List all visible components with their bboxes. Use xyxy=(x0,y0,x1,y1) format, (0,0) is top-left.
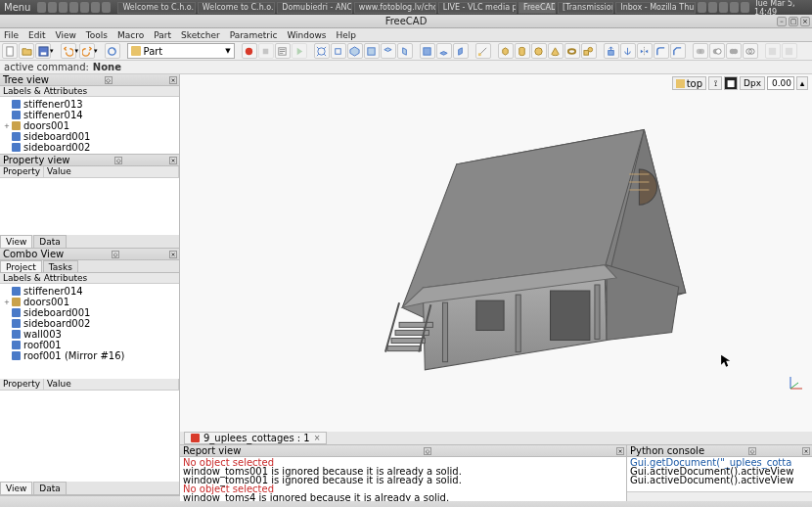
tab-view[interactable]: View xyxy=(0,235,32,248)
extrude-button[interactable] xyxy=(604,43,619,59)
launcher-icon[interactable] xyxy=(80,2,89,13)
tree-item[interactable]: stiffener014 xyxy=(0,286,179,297)
refresh-button[interactable] xyxy=(105,43,120,59)
close-button[interactable]: × xyxy=(800,17,810,26)
macro-list-button[interactable] xyxy=(275,43,291,59)
right-view-button[interactable] xyxy=(397,43,413,59)
fit-selection-button[interactable] xyxy=(331,43,346,59)
panel-close-button[interactable]: × xyxy=(169,157,177,164)
tray-icon[interactable] xyxy=(698,2,706,13)
taskbar-button[interactable]: Welcome to C.h.o.L... xyxy=(198,2,275,14)
column-property[interactable]: Property xyxy=(0,379,44,390)
column-property[interactable]: Property xyxy=(0,166,44,177)
tray-icon[interactable] xyxy=(741,2,749,13)
menu-macro[interactable]: Macro xyxy=(117,30,144,40)
tree-view-header[interactable]: Tree view ◇ × xyxy=(0,74,179,86)
axonometric-view-button[interactable] xyxy=(347,43,363,59)
part-cone-button[interactable] xyxy=(548,43,564,59)
front-view-button[interactable] xyxy=(364,43,380,59)
panel-close-button[interactable]: × xyxy=(169,251,177,258)
tab-project[interactable]: Project xyxy=(0,260,42,272)
panel-float-button[interactable]: ◇ xyxy=(114,157,122,164)
report-output[interactable]: No object selectedwindow_toms001 is igno… xyxy=(180,457,626,501)
tree-item[interactable]: sideboard001 xyxy=(0,307,179,318)
panel-float-button[interactable]: ◇ xyxy=(105,76,113,84)
maximize-button[interactable]: ▢ xyxy=(789,17,798,26)
menu-view[interactable]: View xyxy=(56,30,76,40)
taskbar-button[interactable]: Welcome to C.h.o.L... xyxy=(117,2,195,14)
tab-tasks[interactable]: Tasks xyxy=(43,260,78,272)
macro-record-button[interactable] xyxy=(242,43,257,59)
left-view-button[interactable] xyxy=(453,43,469,59)
tab-data[interactable]: Data xyxy=(33,482,67,494)
menu-tools[interactable]: Tools xyxy=(86,30,108,40)
menu-sketcher[interactable]: Sketcher xyxy=(181,30,220,40)
menu-help[interactable]: Help xyxy=(337,30,357,40)
property-grid[interactable] xyxy=(0,178,179,235)
axes-gizmo[interactable] xyxy=(787,373,806,392)
launcher-icon[interactable] xyxy=(91,2,100,13)
part-box-button[interactable] xyxy=(498,43,514,59)
horizontal-scrollbar[interactable] xyxy=(627,491,812,501)
property-view-header[interactable]: Property view ◇ × xyxy=(0,155,179,166)
macro-stop-button[interactable] xyxy=(258,43,274,59)
launcher-icon[interactable] xyxy=(69,2,78,13)
tree-item[interactable]: roof001 (Mirror #16) xyxy=(0,350,179,361)
launcher-icon[interactable] xyxy=(59,2,68,13)
panel-close-button[interactable]: × xyxy=(616,447,624,455)
tray-icon[interactable] xyxy=(719,2,728,13)
tree-item[interactable]: sideboard001 xyxy=(0,131,179,142)
boolean-button[interactable] xyxy=(693,43,708,59)
save-button[interactable] xyxy=(35,43,51,59)
workbench-selector[interactable]: Part ▼ xyxy=(127,43,235,59)
tree-item[interactable]: wall003 xyxy=(0,329,179,340)
tree-item[interactable]: sideboard002 xyxy=(0,318,179,329)
tree-item[interactable]: +doors001 xyxy=(0,297,179,307)
macro-play-button[interactable] xyxy=(292,43,307,59)
launcher-icon[interactable] xyxy=(37,2,46,13)
menu-parametric[interactable]: Parametric xyxy=(230,30,278,40)
measure-button[interactable] xyxy=(475,43,491,59)
tab-view[interactable]: View xyxy=(0,482,32,494)
tree-item[interactable]: stiffener013 xyxy=(0,99,179,110)
panel-float-button[interactable]: ◇ xyxy=(424,447,431,455)
part-torus-button[interactable] xyxy=(564,43,580,59)
taskbar-button[interactable]: LIVE - VLC media pl... xyxy=(438,2,517,14)
cut-button[interactable] xyxy=(709,43,725,59)
combo-tree[interactable]: stiffener014+doors001sideboard001sideboa… xyxy=(0,284,179,379)
tree-item[interactable]: +doors001 xyxy=(0,120,179,131)
report-view-header[interactable]: Report view ◇ × xyxy=(180,445,626,457)
chamfer-button[interactable] xyxy=(670,43,686,59)
rear-view-button[interactable] xyxy=(420,43,435,59)
tab-data[interactable]: Data xyxy=(33,235,67,248)
tree-item[interactable]: sideboard002 xyxy=(0,142,179,153)
document-tab[interactable]: 9_uplees_cottages : 1 × xyxy=(184,432,327,444)
taskbar-button[interactable]: FreeCAD xyxy=(519,2,556,14)
taskbar-button[interactable]: [Transmission] xyxy=(558,2,613,14)
bottom-view-button[interactable] xyxy=(436,43,452,59)
taskbar-button[interactable]: Inbox - Mozilla Thun... xyxy=(615,2,696,14)
close-tab-button[interactable]: × xyxy=(314,434,321,442)
panel-float-button[interactable]: ◇ xyxy=(112,251,119,258)
menu-part[interactable]: Part xyxy=(154,30,171,40)
part-primitives-button[interactable] xyxy=(581,43,597,59)
panel-close-button[interactable]: × xyxy=(169,76,177,84)
menu-edit[interactable]: Edit xyxy=(28,30,45,40)
python-console-header[interactable]: Python console ◇ × xyxy=(627,445,812,457)
panel-float-button[interactable]: ◇ xyxy=(748,447,756,455)
menu-windows[interactable]: Windows xyxy=(287,30,326,40)
open-file-button[interactable] xyxy=(19,43,34,59)
new-file-button[interactable] xyxy=(2,43,18,59)
column-value[interactable]: Value xyxy=(44,166,179,177)
panel-close-button[interactable]: × xyxy=(802,447,810,455)
taskbar-button[interactable]: Domubiedri - ANCLS xyxy=(277,2,352,14)
launcher-icon[interactable] xyxy=(48,2,57,13)
union-button[interactable] xyxy=(726,43,742,59)
tree-item[interactable]: stiffener014 xyxy=(0,110,179,120)
undo-button[interactable] xyxy=(61,43,76,59)
tray-icon[interactable] xyxy=(730,2,739,13)
launcher-icon[interactable] xyxy=(102,2,111,13)
fillet-button[interactable] xyxy=(654,43,669,59)
column-value[interactable]: Value xyxy=(44,379,179,390)
cross-sections-button[interactable] xyxy=(782,43,797,59)
